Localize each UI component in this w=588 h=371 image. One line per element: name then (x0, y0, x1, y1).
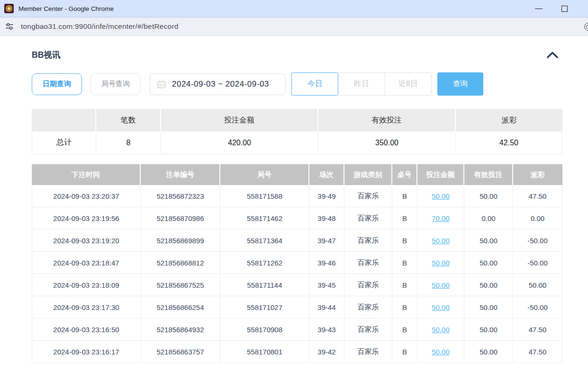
game-type-cell: 百家乐 (344, 207, 392, 230)
header-round-number: 局号 (220, 164, 309, 185)
valid-bet-cell: 50.00 (464, 185, 513, 207)
clipped-circle-icon (584, 23, 588, 31)
session-cell: 39-42 (309, 341, 344, 363)
game-type-cell: 百家乐 (344, 274, 392, 296)
bet-time-cell: 2024-09-03 23:19:20 (32, 230, 141, 252)
window-titlebar: Member Center - Google Chrome (0, 0, 588, 18)
bet-time-cell: 2024-09-03 23:17:30 (32, 296, 141, 318)
minimize-button[interactable] (535, 5, 543, 13)
payout-cell: -50.00 (513, 296, 562, 318)
table-row: 2024-09-03 23:20:37521856872323558171588… (32, 185, 562, 207)
round-number-cell: 558171144 (220, 274, 309, 296)
yesterday-button[interactable]: 昨日 (338, 72, 385, 96)
payout-cell: 47.50 (513, 185, 562, 207)
bet-amount-link[interactable]: 50.00 (432, 259, 450, 267)
filter-toolbar: 日期查询 局号查询 2024-09-03 ~ 2024-09-03 今日 昨日 … (32, 72, 562, 96)
header-payout: 派彩 (513, 164, 562, 185)
bet-time-cell: 2024-09-03 23:16:17 (32, 341, 141, 363)
table-number-cell: B (392, 296, 417, 318)
table-number-cell: B (392, 207, 417, 230)
chevron-up-icon[interactable] (546, 51, 559, 59)
search-button[interactable]: 查询 (437, 72, 483, 96)
today-button[interactable]: 今日 (291, 72, 338, 96)
valid-bet-cell: 50.00 (464, 318, 513, 341)
maximize-button[interactable] (561, 5, 568, 13)
bet-amount-link[interactable]: 50.00 (432, 237, 450, 245)
date-range-input[interactable]: 2024-09-03 ~ 2024-09-03 (150, 73, 286, 95)
summary-count-value: 8 (96, 132, 161, 154)
round-query-tab[interactable]: 局号查询 (90, 73, 141, 95)
game-type-cell: 百家乐 (344, 296, 392, 318)
summary-total-row: 总计 8 420.00 350.00 42.50 (32, 132, 562, 154)
bet-amount-link[interactable]: 50.00 (432, 326, 450, 334)
payout-cell: 0.00 (513, 207, 562, 230)
maximize-icon (561, 6, 568, 12)
bet-amount-cell: 50.00 (417, 252, 464, 274)
round-number-cell: 558171588 (220, 185, 309, 207)
bet-time-cell: 2024-09-03 23:19:56 (32, 207, 141, 230)
page-title: BB视讯 (32, 49, 60, 61)
order-number-cell: 521856864932 (141, 318, 220, 341)
summary-header-blank (32, 109, 96, 132)
bet-amount-link[interactable]: 50.00 (432, 192, 450, 200)
bet-time-cell: 2024-09-03 23:16:50 (32, 318, 141, 341)
address-bar[interactable]: tongbao31.com:9900/infe/mcenter/#/betRec… (0, 18, 588, 36)
url-text[interactable]: tongbao31.com:9900/infe/mcenter/#/betRec… (21, 22, 179, 31)
order-number-cell: 521856863757 (141, 341, 220, 363)
order-number-cell: 521856869899 (141, 230, 220, 252)
session-cell: 39-48 (309, 207, 344, 230)
summary-header-bet-amount: 投注金额 (161, 109, 318, 132)
section-header: BB视讯 (32, 49, 562, 61)
header-order-number: 注单编号 (141, 164, 220, 185)
summary-header-valid-bet: 有效投注 (318, 109, 456, 132)
summary-payout-value: 42.50 (456, 132, 562, 154)
bet-amount-cell: 50.00 (417, 274, 464, 296)
round-number-cell: 558170908 (220, 318, 309, 341)
bet-table-header-row: 下注时间 注单编号 局号 场次 游戏类别 桌号 投注金额 有效投注 派彩 (32, 164, 562, 185)
round-number-cell: 558171027 (220, 296, 309, 318)
table-row: 2024-09-03 23:18:47521856868812558171262… (32, 252, 562, 274)
quick-range-group: 今日 昨日 近8日 (291, 72, 432, 96)
bet-amount-link[interactable]: 50.00 (432, 348, 450, 356)
table-number-cell: B (392, 252, 417, 274)
table-row: 2024-09-03 23:16:17521856863757558170801… (32, 341, 562, 363)
bet-time-cell: 2024-09-03 23:20:37 (32, 185, 141, 207)
bet-amount-link[interactable]: 50.00 (432, 303, 450, 311)
bet-time-cell: 2024-09-03 23:18:09 (32, 274, 141, 296)
payout-cell: 50.00 (513, 274, 562, 296)
date-query-tab[interactable]: 日期查询 (32, 73, 82, 95)
bet-amount-cell: 70.00 (417, 207, 464, 230)
summary-bet-amount-value: 420.00 (161, 132, 318, 154)
session-cell: 39-43 (309, 318, 344, 341)
bet-amount-link[interactable]: 70.00 (432, 214, 450, 222)
site-favicon-icon (4, 4, 14, 13)
header-table-number: 桌号 (392, 164, 417, 185)
table-row: 2024-09-03 23:18:09521856867525558171144… (32, 274, 562, 296)
summary-valid-bet-value: 350.00 (318, 132, 456, 154)
table-number-cell: B (392, 185, 417, 207)
bet-amount-cell: 50.00 (417, 230, 464, 252)
date-range-value[interactable]: 2024-09-03 ~ 2024-09-03 (172, 80, 269, 89)
session-cell: 39-47 (309, 230, 344, 252)
game-type-cell: 百家乐 (344, 341, 392, 363)
game-type-cell: 百家乐 (344, 318, 392, 341)
order-number-cell: 521856866254 (141, 296, 220, 318)
summary-table: 笔数 投注金额 有效投注 派彩 总计 8 420.00 350.00 42.50 (32, 109, 562, 154)
bet-record-page: BB视讯 日期查询 局号查询 2024-09-03 ~ 2024-09-03 (0, 36, 588, 363)
bet-time-cell: 2024-09-03 23:18:47 (32, 252, 141, 274)
last-8-days-button[interactable]: 近8日 (385, 72, 432, 96)
payout-cell: 47.50 (513, 341, 562, 363)
order-number-cell: 521856868812 (141, 252, 220, 274)
header-bet-amount: 投注金额 (417, 164, 464, 185)
tune-icon[interactable] (5, 22, 14, 31)
order-number-cell: 521856870986 (141, 207, 220, 230)
valid-bet-cell: 50.00 (464, 341, 513, 363)
round-number-cell: 558170801 (220, 341, 309, 363)
table-row: 2024-09-03 23:19:20521856869899558171364… (32, 230, 562, 252)
window-title: Member Center - Google Chrome (18, 5, 114, 12)
bet-amount-link[interactable]: 50.00 (432, 281, 450, 289)
round-number-cell: 558171364 (220, 230, 309, 252)
header-session: 场次 (309, 164, 344, 185)
valid-bet-cell: 50.00 (464, 252, 513, 274)
table-row: 2024-09-03 23:19:56521856870986558171462… (32, 207, 562, 230)
